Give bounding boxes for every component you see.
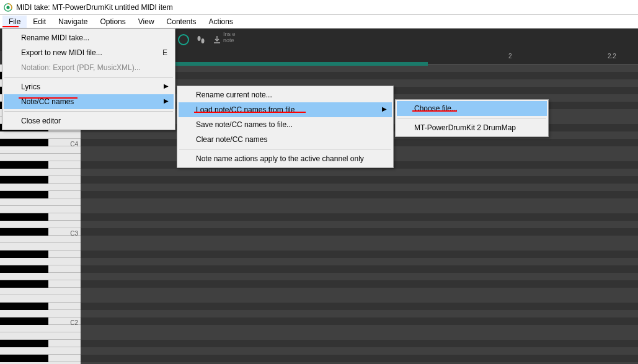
menu-item-rename-current-note[interactable]: Rename current note... [179, 87, 392, 102]
piano-black-key[interactable] [0, 355, 48, 362]
menu-item-close-editor[interactable]: Close editor [4, 113, 174, 128]
menu-separator [4, 77, 173, 78]
menu-item-label: Rename MIDI take... [21, 33, 89, 42]
grid-row[interactable] [81, 206, 638, 213]
grid-row[interactable] [81, 295, 638, 303]
annotation-redline [19, 97, 78, 99]
piano-white-key[interactable] [0, 310, 81, 317]
piano-black-key[interactable] [0, 213, 48, 221]
piano-white-key[interactable] [0, 243, 81, 251]
piano-black-key[interactable] [0, 161, 48, 169]
menu-contents[interactable]: Contents [161, 16, 203, 28]
piano-white-key[interactable] [0, 206, 81, 213]
menu-item-label: Lyrics [21, 82, 40, 91]
menu-item-load-note-cc-names[interactable]: Load note/CC names from file▶ [179, 102, 392, 117]
piano-black-key[interactable] [0, 265, 48, 273]
piano-white-key[interactable] [0, 347, 81, 355]
menu-shortcut: E [162, 48, 167, 57]
menu-item-label: MT-PowerDrumKit 2 DrumMap [414, 123, 516, 132]
grid-row[interactable] [81, 355, 638, 362]
menu-separator [4, 111, 173, 112]
grid-row[interactable] [81, 347, 638, 355]
grid-row[interactable] [81, 340, 638, 347]
grid-row[interactable] [81, 213, 638, 221]
menu-item-choose-file[interactable]: Choose file... [397, 101, 547, 116]
menu-item-label: Rename current note... [196, 91, 272, 99]
grid-row[interactable] [81, 176, 638, 184]
piano-white-key[interactable] [0, 184, 81, 191]
note-cc-names-submenu: Rename current note... Load note/CC name… [177, 86, 394, 168]
grid-row[interactable] [81, 198, 638, 206]
piano-black-key[interactable] [0, 317, 48, 325]
menu-separator [179, 149, 391, 149]
piano-black-key[interactable] [0, 191, 48, 198]
menu-navigate[interactable]: Navigate [52, 16, 94, 28]
piano-white-key[interactable] [0, 154, 81, 161]
menu-item-note-cc-names[interactable]: Note/CC names▶ [4, 94, 174, 109]
menu-item-lyrics[interactable]: Lyrics▶ [4, 79, 174, 94]
piano-white-key[interactable] [0, 131, 81, 139]
piano-white-key[interactable] [0, 273, 81, 280]
grid-row[interactable] [81, 303, 638, 310]
piano-white-key[interactable] [0, 221, 81, 228]
menu-item-label: Note/CC names [21, 97, 74, 106]
menu-item-label: Notation: Export (PDF, MusicXML)... [21, 63, 141, 72]
piano-white-key[interactable] [0, 295, 81, 303]
octave-label: C2 [70, 319, 78, 326]
piano-black-key[interactable] [0, 228, 48, 236]
grid-row[interactable] [81, 265, 638, 273]
menu-item-export-midi[interactable]: Export to new MIDI file...E [4, 45, 174, 60]
annotation-redline [412, 110, 457, 112]
toolbar-footprints-icon[interactable] [193, 32, 208, 47]
piano-black-key[interactable] [0, 176, 48, 184]
piano-white-key[interactable] [0, 258, 81, 265]
menu-item-rename-midi-take[interactable]: Rename MIDI take... [4, 30, 174, 45]
file-menu-dropdown: Rename MIDI take... Export to new MIDI f… [2, 29, 175, 130]
grid-row[interactable] [81, 258, 638, 265]
piano-white-key[interactable] [0, 198, 81, 206]
piano-black-key[interactable] [0, 251, 48, 258]
menu-item-label: Save note/CC names to file... [196, 120, 293, 129]
grid-row[interactable] [81, 317, 638, 325]
grid-row[interactable] [81, 280, 638, 288]
piano-white-key[interactable] [0, 288, 81, 295]
toolbar-download-icon[interactable] [210, 32, 224, 47]
octave-label: C3 [70, 230, 78, 237]
piano-white-key[interactable] [0, 332, 81, 340]
piano-black-key[interactable] [0, 139, 48, 146]
grid-row[interactable] [81, 288, 638, 295]
grid-row[interactable] [81, 184, 638, 191]
grid-row[interactable] [81, 243, 638, 251]
grid-row[interactable] [81, 236, 638, 243]
menu-item-channel-only[interactable]: Note name actions apply to the active ch… [179, 151, 392, 166]
grid-row[interactable] [81, 228, 638, 236]
menu-actions[interactable]: Actions [203, 16, 239, 28]
piano-white-key[interactable] [0, 146, 81, 154]
grid-row[interactable] [81, 310, 638, 317]
grid-row[interactable] [81, 332, 638, 340]
piano-black-key[interactable] [0, 280, 48, 288]
menu-item-save-note-cc-names[interactable]: Save note/CC names to file... [179, 117, 392, 132]
grid-row[interactable] [81, 251, 638, 258]
grid-row[interactable] [81, 325, 638, 332]
menu-separator [397, 118, 546, 118]
grid-row[interactable] [81, 273, 638, 280]
piano-white-key[interactable] [0, 236, 81, 243]
toolbar-button[interactable] [176, 32, 191, 47]
piano-black-key[interactable] [0, 340, 48, 347]
grid-row[interactable] [81, 221, 638, 228]
grid-row[interactable] [81, 169, 638, 176]
menu-item-label: Clear note/CC names [196, 135, 267, 144]
menu-view[interactable]: View [132, 16, 161, 28]
grid-row[interactable] [81, 191, 638, 198]
menu-edit[interactable]: Edit [27, 16, 52, 28]
menu-options[interactable]: Options [94, 16, 131, 28]
menu-item-clear-note-cc-names[interactable]: Clear note/CC names [179, 132, 392, 147]
menu-item-drummap[interactable]: MT-PowerDrumKit 2 DrumMap [397, 120, 547, 135]
piano-white-key[interactable] [0, 325, 81, 332]
piano-white-key[interactable] [0, 169, 81, 176]
piano-black-key[interactable] [0, 303, 48, 310]
svg-point-1 [6, 6, 9, 9]
submenu-arrow-icon: ▶ [164, 97, 169, 104]
annotation-redline [2, 26, 19, 27]
